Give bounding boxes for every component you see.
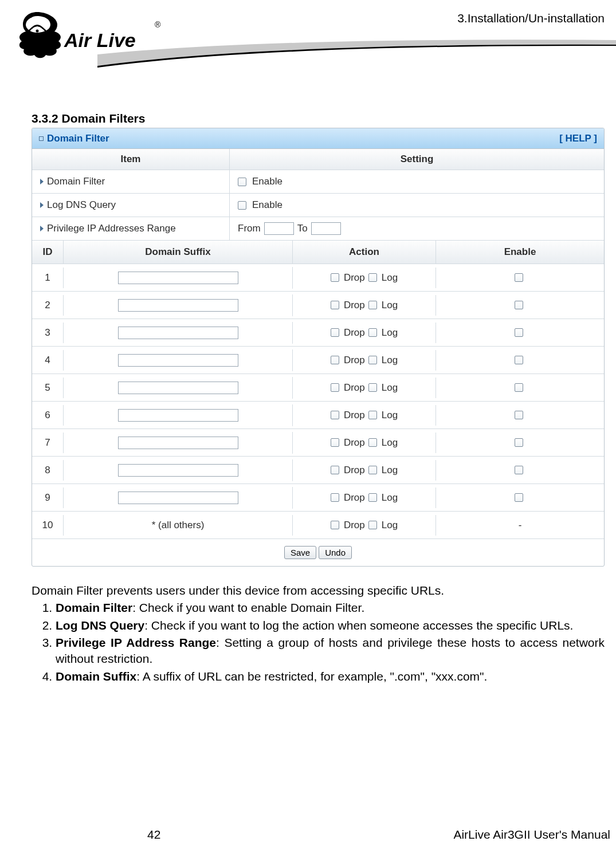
log-label: Log [382, 272, 398, 284]
row-enable-checkbox[interactable] [515, 328, 523, 337]
domain-suffix-input[interactable] [118, 492, 238, 504]
domain-suffix-input[interactable] [118, 409, 238, 422]
setting-item-label: Domain Filter [32, 170, 230, 193]
row-enable-checkbox[interactable] [515, 438, 523, 447]
domain-suffix-input[interactable] [118, 272, 238, 284]
drop-checkbox[interactable] [331, 328, 339, 337]
enable-checkbox[interactable] [238, 201, 246, 210]
section-number: 3.3.2 [32, 112, 58, 125]
save-button[interactable]: Save [284, 546, 316, 559]
row-enable-checkbox[interactable] [515, 356, 523, 364]
log-checkbox[interactable] [368, 273, 377, 282]
drop-checkbox[interactable] [331, 411, 339, 419]
panel-title: Domain Filter [47, 133, 109, 144]
drop-label: Drop [344, 355, 365, 366]
domain-suffix-input[interactable] [118, 354, 238, 367]
log-checkbox[interactable] [368, 438, 377, 447]
log-checkbox[interactable] [368, 328, 377, 337]
list-item: Domain Filter: Check if you want to enab… [56, 600, 605, 616]
row-id: 4 [32, 350, 64, 371]
help-link[interactable]: [ HELP ] [559, 133, 597, 144]
drop-checkbox[interactable] [331, 273, 339, 282]
row-enable-checkbox[interactable] [515, 466, 523, 474]
log-checkbox[interactable] [368, 411, 377, 419]
caret-icon [40, 179, 44, 184]
domain-suffix-input[interactable] [118, 464, 238, 477]
drop-label: Drop [344, 492, 365, 504]
row-domain-suffix [64, 322, 293, 344]
row-domain-suffix [64, 377, 293, 399]
drop-checkbox[interactable] [331, 466, 339, 474]
drop-label: Drop [344, 327, 365, 339]
settings-row: Log DNS QueryEnable [32, 194, 604, 217]
row-action: DropLog [293, 323, 436, 343]
button-row: Save Undo [32, 539, 604, 566]
row-domain-suffix [64, 432, 293, 454]
ip-from-input[interactable] [264, 222, 294, 235]
section-title: 3.3.2 Domain Filters [32, 112, 605, 125]
log-label: Log [382, 410, 398, 421]
row-enable-checkbox[interactable] [515, 411, 523, 419]
row-id: 7 [32, 433, 64, 453]
log-checkbox[interactable] [368, 301, 377, 309]
breadcrumb: 3.Installation/Un-installation [457, 11, 605, 25]
domain-suffix-input[interactable] [118, 327, 238, 339]
list-item-term: Domain Suffix [56, 670, 136, 683]
drop-label: Drop [344, 382, 365, 394]
settings-row: Domain FilterEnable [32, 170, 604, 194]
log-checkbox[interactable] [368, 493, 377, 502]
row-enable-checkbox[interactable] [515, 383, 523, 392]
row-id: 2 [32, 295, 64, 316]
caret-icon [40, 226, 44, 231]
row-id: 10 [32, 515, 64, 536]
manual-title: AirLive Air3GII User's Manual [308, 828, 617, 842]
page-number: 42 [0, 828, 308, 842]
table-row: 5DropLog [32, 374, 604, 402]
drop-option: Drop [331, 437, 365, 449]
log-checkbox[interactable] [368, 521, 377, 529]
table-row: 4DropLog [32, 347, 604, 374]
ip-to-input[interactable] [311, 222, 341, 235]
row-action: DropLog [293, 350, 436, 371]
header-item: Item [32, 149, 230, 170]
drop-checkbox[interactable] [331, 301, 339, 309]
setting-control: FromTo [230, 217, 604, 240]
setting-label: Privilege IP Addresses Range [47, 223, 176, 234]
domain-suffix-input[interactable] [118, 437, 238, 449]
row-domain-suffix [64, 459, 293, 481]
drop-label: Drop [344, 520, 365, 531]
row-enable [436, 489, 604, 506]
domain-suffix-input[interactable] [118, 382, 238, 394]
row-enable-checkbox[interactable] [515, 301, 523, 309]
log-checkbox[interactable] [368, 383, 377, 392]
row-enable-checkbox[interactable] [515, 273, 523, 282]
row-domain-suffix [64, 404, 293, 426]
enable-checkbox[interactable] [238, 178, 246, 186]
enable-dash: - [519, 520, 522, 531]
table-row: 2DropLog [32, 292, 604, 319]
drop-checkbox[interactable] [331, 356, 339, 364]
list-item-term: Domain Filter [56, 601, 132, 614]
checkbox-label: Enable [252, 176, 283, 187]
table-row: 7DropLog [32, 429, 604, 457]
list-item-term: Privilege IP Address Range [56, 636, 216, 649]
row-enable-checkbox[interactable] [515, 493, 523, 502]
settings-row: Privilege IP Addresses RangeFromTo [32, 217, 604, 241]
drop-checkbox[interactable] [331, 438, 339, 447]
drop-checkbox[interactable] [331, 521, 339, 529]
domain-suffix-input[interactable] [118, 299, 238, 312]
setting-control: Enable [230, 194, 604, 217]
table-row: 10* (all others)DropLog- [32, 512, 604, 539]
drop-label: Drop [344, 272, 365, 284]
row-action: DropLog [293, 515, 436, 536]
log-label: Log [382, 520, 398, 531]
row-action: DropLog [293, 378, 436, 398]
log-checkbox[interactable] [368, 466, 377, 474]
table-row: 1DropLog [32, 264, 604, 292]
log-checkbox[interactable] [368, 356, 377, 364]
drop-checkbox[interactable] [331, 383, 339, 392]
drop-checkbox[interactable] [331, 493, 339, 502]
undo-button[interactable]: Undo [319, 546, 352, 559]
drop-option: Drop [331, 410, 365, 421]
panel-titlebar: Domain Filter [ HELP ] [32, 128, 604, 149]
